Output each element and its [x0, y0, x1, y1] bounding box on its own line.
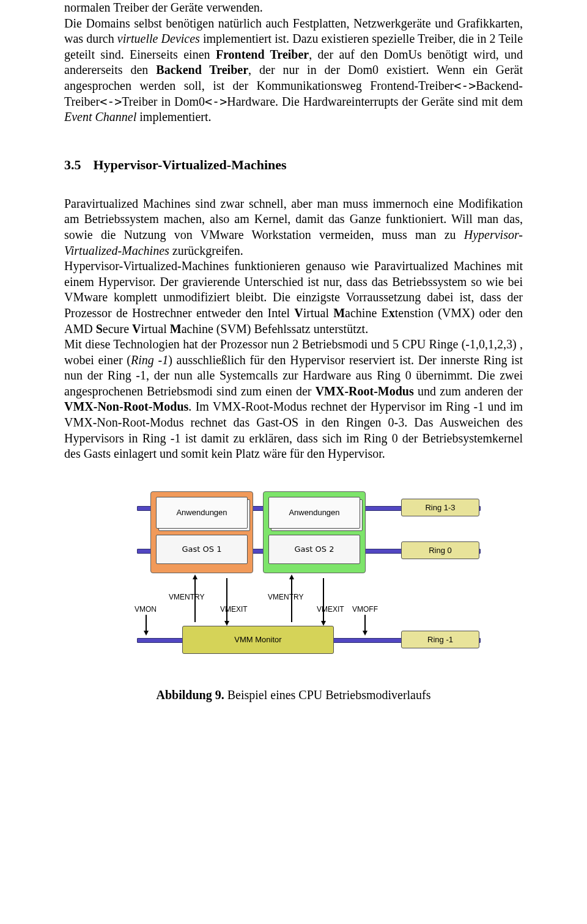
- figure-caption: Abbildung 9. Beispiel eines CPU Betriebs…: [64, 688, 523, 702]
- gast-os-1-box: Anwendungen Gast OS 1: [150, 491, 253, 573]
- figure-number: Abbildung 9.: [157, 688, 224, 702]
- figure-9: Anwendungen Gast OS 1 Anwendungen Gast O…: [64, 488, 523, 665]
- vmexit-label: VMEXIT: [317, 605, 344, 614]
- vmexit-arrow-icon-1: [226, 578, 227, 622]
- vmentry-label: VMENTRY: [169, 593, 204, 601]
- text: implementiert.: [136, 110, 211, 123]
- text: Hardware. Die Hardwareinterrupts der Ger…: [227, 95, 523, 108]
- frontend-driver-term: Frontend Treiber: [216, 48, 309, 61]
- anwendungen-label: Anwendungen: [156, 497, 248, 529]
- figure-caption-text: Beispiel eines CPU Betriebsmodiverlaufs: [224, 688, 431, 702]
- ring-minus1-label: Ring -1: [401, 631, 479, 648]
- text: ecure: [103, 322, 132, 336]
- text: irtual: [141, 322, 170, 336]
- text: normalen Treiber der Geräte verwenden.: [64, 1, 263, 14]
- anwendungen-stack: Anwendungen: [156, 497, 248, 529]
- gast-os-1-label: Gast OS 1: [156, 535, 248, 564]
- arrow-glyph: <->: [205, 94, 227, 109]
- text: Paravirtualized Machines sind zwar schne…: [64, 197, 523, 241]
- vmexit-label: VMEXIT: [220, 605, 248, 614]
- ring-0-label: Ring 0: [401, 541, 479, 559]
- vmm-monitor-box: VMM Monitor: [182, 626, 334, 654]
- anwendungen-stack: Anwendungen: [268, 497, 360, 529]
- vmx-v: V: [294, 306, 303, 320]
- virtual-devices-term: virtuelle Devices: [117, 32, 200, 45]
- vmentry-label: VMENTRY: [268, 593, 303, 601]
- para-hvm: Paravirtualized Machines sind zwar schne…: [64, 196, 523, 462]
- arrow-glyph: <->: [100, 94, 122, 109]
- cpu-mode-diagram: Anwendungen Gast OS 1 Anwendungen Gast O…: [108, 488, 479, 665]
- text: zurückgreifen.: [169, 244, 243, 257]
- vmx-m: M: [333, 306, 345, 320]
- ring-minus1-term: Ring -1: [131, 353, 168, 367]
- section-title: Hypervisor-Virtualized-Machines: [94, 157, 287, 172]
- vmx-nonroot-term: VMX-Non-Root-Modus: [64, 400, 188, 413]
- text: irtual: [303, 306, 333, 320]
- ring-1-3-label: Ring 1-3: [401, 499, 479, 516]
- event-channel-term: Event Channel: [64, 110, 136, 123]
- vmon-label: VMON: [135, 605, 157, 614]
- para-drivers: normalen Treiber der Geräte verwenden. D…: [64, 0, 523, 125]
- backend-driver-term: Backend Treiber: [156, 63, 248, 76]
- section-heading: 3.5Hypervisor-Virtualized-Machines: [64, 157, 523, 173]
- vmoff-arrow-icon: [364, 615, 366, 632]
- svm-s: S: [96, 322, 103, 336]
- text: achine (SVM) Befehlssatz unterstützt.: [182, 322, 368, 336]
- gast-os-2-box: Anwendungen Gast OS 2: [263, 491, 366, 573]
- text: achine E: [345, 306, 389, 320]
- section-number: 3.5: [64, 157, 81, 172]
- vmx-x: x: [389, 306, 395, 320]
- svm-v: V: [132, 322, 141, 336]
- text: und zum anderen der: [414, 384, 523, 398]
- anwendungen-label: Anwendungen: [268, 497, 360, 529]
- arrow-glyph: <->: [454, 78, 476, 93]
- page: normalen Treiber der Geräte verwenden. D…: [0, 0, 587, 924]
- gast-os-2-label: Gast OS 2: [268, 535, 360, 564]
- vmx-root-term: VMX-Root-Modus: [316, 384, 414, 398]
- vmoff-label: VMOFF: [352, 605, 378, 614]
- vmexit-arrow-icon-2: [323, 578, 324, 622]
- text: Treiber in Dom0: [122, 95, 205, 108]
- vmon-arrow-icon: [146, 615, 147, 632]
- svm-m: M: [170, 322, 182, 336]
